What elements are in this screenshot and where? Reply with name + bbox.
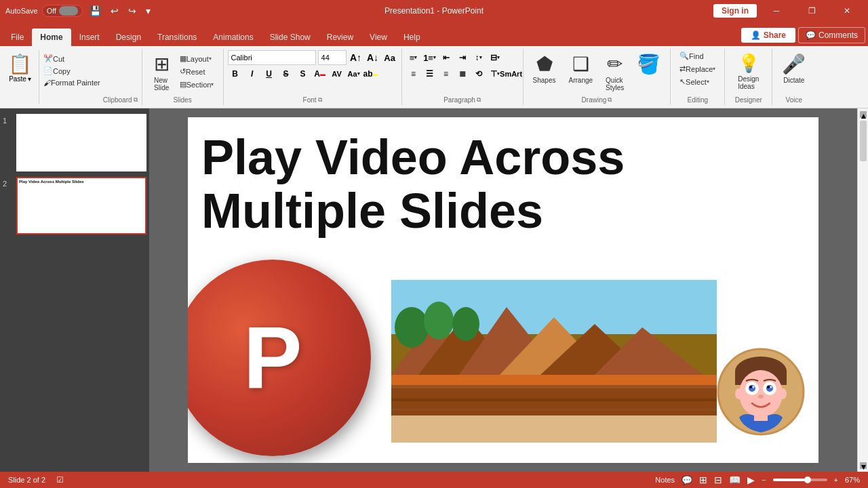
minimize-button[interactable]: ─ <box>761 0 792 22</box>
notes-button[interactable]: Notes <box>655 476 675 484</box>
design-ideas-button[interactable]: 💡 DesignIdeas <box>732 50 765 93</box>
signin-button[interactable]: Sign in <box>713 4 757 18</box>
paste-label: Paste ▾ <box>9 75 31 83</box>
slide-thumbnail-1[interactable] <box>16 114 146 171</box>
slide-thumb-1[interactable]: 1 <box>3 114 146 171</box>
find-button[interactable]: 🔍 Find <box>677 50 718 62</box>
slide-show-button[interactable]: ▶ <box>747 474 755 485</box>
scroll-down-button[interactable]: ▼ <box>860 462 867 469</box>
tab-review[interactable]: Review <box>319 28 361 46</box>
decrease-indent-button[interactable]: ⇤ <box>439 50 454 65</box>
reset-button[interactable]: ↺ Reset <box>177 66 217 77</box>
bullets-button[interactable]: ≡▾ <box>406 50 421 65</box>
paragraph-expand-icon[interactable]: ⧉ <box>477 96 481 104</box>
text-direction-button[interactable]: ⟲ <box>471 66 486 81</box>
more-commands-icon[interactable]: ▾ <box>143 4 153 18</box>
char-spacing-button[interactable]: AV <box>330 66 344 81</box>
increase-indent-button[interactable]: ⇥ <box>455 50 470 65</box>
underline-button[interactable]: U <box>262 66 277 81</box>
cut-button[interactable]: ✂️ Cut <box>41 53 103 64</box>
strikethrough-button[interactable]: S <box>279 66 294 81</box>
dictate-button[interactable]: 🎤 Dictate <box>776 50 811 87</box>
layout-button[interactable]: ▦ Layout ▾ <box>177 53 217 64</box>
new-slide-button[interactable]: ⊞ NewSlide <box>149 50 175 94</box>
change-case-button[interactable]: Aa▾ <box>347 66 361 81</box>
font-color-button[interactable]: A▬ <box>313 66 328 81</box>
align-left-button[interactable]: ≡ <box>406 66 421 81</box>
tab-slideshow[interactable]: Slide Show <box>262 28 319 46</box>
zoom-out-button[interactable]: − <box>762 476 766 484</box>
clipboard-expand-icon[interactable]: ⧉ <box>134 96 138 104</box>
convert-smartart-button[interactable]: SmArt <box>504 66 519 81</box>
highlight-button[interactable]: ab▬ <box>363 66 378 81</box>
tab-transitions[interactable]: Transitions <box>149 28 205 46</box>
clear-format-button[interactable]: Aa <box>382 50 397 65</box>
align-right-button[interactable]: ≡ <box>439 66 454 81</box>
format-painter-button[interactable]: 🖌 Format Painter <box>41 77 103 88</box>
zoom-level[interactable]: 67% <box>845 476 860 484</box>
section-button[interactable]: ▤ Section ▾ <box>177 79 217 90</box>
copy-button[interactable]: 📄 Copy <box>41 65 103 77</box>
paste-icon: 📋 <box>8 53 32 75</box>
shape-fill-icon: 🪣 <box>637 53 660 75</box>
decrease-font-button[interactable]: A↓ <box>366 50 380 65</box>
font-row-1: A↑ A↓ Aa <box>228 50 397 65</box>
justify-button[interactable]: ≣ <box>455 66 470 81</box>
autosave-toggle[interactable]: Off <box>47 7 56 15</box>
tab-view[interactable]: View <box>361 28 395 46</box>
svg-point-23 <box>749 385 755 392</box>
replace-button[interactable]: ⇄ Replace ▾ <box>677 63 718 75</box>
reading-view-button[interactable]: 📖 <box>729 474 741 485</box>
shadow-button[interactable]: S <box>296 66 311 81</box>
slides-buttons: ⊞ NewSlide ▦ Layout ▾ ↺ Reset ▤ Section … <box>149 50 217 95</box>
ribbon-tabs: File Home Insert Design Transitions Anim… <box>0 22 868 46</box>
layout-arrow: ▾ <box>209 56 212 62</box>
shape-fill-button[interactable]: 🪣 <box>631 50 666 78</box>
slide-thumbnail-2[interactable]: Play Video Across Multiple Slides <box>16 177 146 235</box>
zoom-in-button[interactable]: + <box>834 476 838 484</box>
scroll-thumb[interactable] <box>860 121 867 161</box>
shapes-button[interactable]: ⬟ Shapes <box>528 50 561 87</box>
share-button[interactable]: 👤 Share <box>741 28 795 43</box>
slide-area[interactable]: Play Video Across Multiple Slides P <box>188 117 818 463</box>
comments-button[interactable]: 💬 Comments <box>798 27 865 43</box>
line-spacing-button[interactable]: ↕▾ <box>471 50 486 65</box>
align-center-button[interactable]: ☰ <box>422 66 437 81</box>
zoom-slider[interactable] <box>773 479 827 481</box>
ribbon-group-clipboard: 📋 Paste ▾ ✂️ Cut 📄 Copy 🖌 Format Painter… <box>0 49 142 105</box>
slide-sorter-button[interactable]: ⊟ <box>714 474 722 485</box>
save-icon[interactable]: 💾 <box>87 4 104 18</box>
zoom-slider-thumb[interactable] <box>804 476 811 483</box>
normal-view-button[interactable]: ⊞ <box>699 474 707 485</box>
numbered-list-button[interactable]: 1≡▾ <box>422 50 437 65</box>
restore-button[interactable]: ❐ <box>796 0 827 22</box>
tab-help[interactable]: Help <box>395 28 429 46</box>
tab-animations[interactable]: Animations <box>205 28 261 46</box>
drawing-expand-icon[interactable]: ⧉ <box>608 96 612 104</box>
arrange-button[interactable]: ❑ Arrange <box>563 50 598 87</box>
autosave-switch[interactable] <box>59 6 78 16</box>
increase-font-button[interactable]: A↑ <box>349 50 363 65</box>
tab-home[interactable]: Home <box>32 28 71 46</box>
tab-file[interactable]: File <box>3 28 32 46</box>
paste-button[interactable]: 📋 Paste ▾ <box>4 50 36 85</box>
font-expand-icon[interactable]: ⧉ <box>318 96 322 104</box>
quick-styles-button[interactable]: ✏ QuickStyles <box>600 50 629 94</box>
columns-button[interactable]: ⊟▾ <box>488 50 502 65</box>
select-button[interactable]: ↖ Select ▾ <box>677 76 718 87</box>
font-size-input[interactable] <box>318 50 347 65</box>
tab-insert[interactable]: Insert <box>71 28 108 46</box>
right-scrollbar[interactable]: ▲ ▼ <box>857 108 868 472</box>
bold-button[interactable]: B <box>228 66 243 81</box>
italic-button[interactable]: I <box>245 66 260 81</box>
scroll-up-button[interactable]: ▲ <box>860 111 867 118</box>
paste-dropdown-arrow[interactable]: ▾ <box>28 75 31 83</box>
design-ideas-icon: 💡 <box>738 53 760 74</box>
font-name-input[interactable] <box>228 50 316 65</box>
tab-design[interactable]: Design <box>108 28 149 46</box>
autosave-badge[interactable]: Off <box>42 5 83 17</box>
undo-icon[interactable]: ↩ <box>108 4 121 18</box>
redo-icon[interactable]: ↪ <box>125 4 139 18</box>
slide-thumb-2[interactable]: 2 Play Video Across Multiple Slides <box>3 177 146 235</box>
close-button[interactable]: ✕ <box>831 0 863 22</box>
